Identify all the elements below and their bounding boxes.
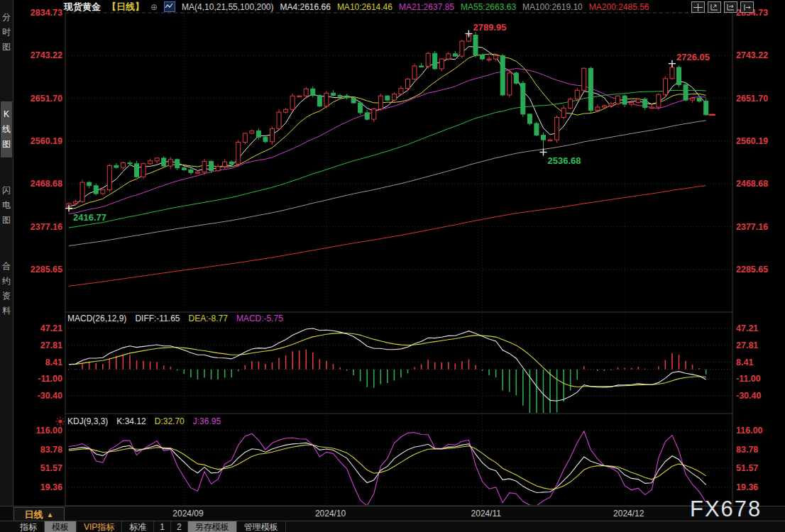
price-label: 2377.16 (14, 222, 62, 232)
period-label: 【日线】 (107, 1, 144, 13)
kdj-axis-label: 51.57 (14, 463, 62, 473)
footer-tab-manage-template[interactable]: 管理模板 (237, 521, 286, 532)
axis-zoom-icon[interactable] (708, 1, 721, 13)
window-controls (691, 1, 754, 13)
kdj-k-value: K:34.12 (116, 416, 146, 427)
price-label: 2468.68 (736, 179, 784, 189)
ma55-value: MA55:2663.63 (461, 2, 516, 12)
macd-axis-label: 8.41 (14, 358, 62, 367)
footer-toolbar: 指标 模板 VIP指标 标准 1 2 另存模板 管理模板 (0, 521, 785, 532)
price-label: 2834.73 (14, 8, 62, 18)
price-label: 2560.19 (14, 136, 62, 146)
ma4-value: MA4:2616.66 (280, 2, 330, 12)
kdj-title: KDJ(9,3,3) (67, 416, 108, 427)
date-label: 2024/12 (613, 509, 644, 519)
collapse-toggle-icon[interactable]: ⊕ (150, 2, 158, 12)
svg-text:2726.05: 2726.05 (676, 52, 710, 62)
macd-title: MACD(26,12,9) (67, 314, 126, 324)
macd-axis-label: -11.00 (736, 374, 784, 384)
price-label: 2377.16 (736, 222, 784, 232)
macd-axis-label: 47.21 (736, 323, 784, 333)
sidebar-item-kline-chart[interactable]: K线图 (1, 101, 12, 157)
macd-macd-value: MACD:-5.75 (236, 314, 283, 324)
ma-group-label: MA(4,10,21,55,100,200) (182, 2, 273, 12)
footer-tab-indicators[interactable]: 指标 (13, 521, 45, 532)
crosshair-icon[interactable] (691, 1, 705, 13)
macd-axis-label: 47.21 (14, 323, 62, 333)
kdj-axis-label: 83.78 (736, 445, 784, 455)
fx678-watermark: FX678 (690, 497, 762, 522)
kdj-j-value: J:36.95 (193, 416, 221, 427)
price-label: 2285.65 (736, 265, 784, 275)
sidebar-item-contract-info[interactable]: 合约资料 (1, 253, 12, 324)
chart-plot-area[interactable]: 2416.772789.952536.682726.05 (0, 0, 785, 532)
price-label: 2743.22 (14, 50, 62, 60)
kdj-axis-label: 51.57 (736, 463, 784, 473)
kdj-axis-label: 83.78 (14, 445, 62, 455)
kdj-header: KDJ(9,3,3) K:34.12 D:32.70 J:36.95 (67, 416, 221, 427)
ma10-value: MA10:2614.46 (337, 2, 392, 12)
sun-icon[interactable] (55, 416, 65, 429)
chart-type-sidebar: 分时图 K线图 闪电图 合约资料 (0, 0, 13, 506)
sidebar-item-time-chart[interactable]: 分时图 (1, 4, 12, 60)
period-select-button[interactable]: 日线 ▲ (13, 507, 65, 522)
macd-axis-label: -11.00 (14, 374, 62, 384)
price-label: 2560.19 (736, 136, 784, 146)
macd-dea-value: DEA:-8.77 (189, 314, 228, 324)
macd-axis-label: 27.81 (736, 340, 784, 350)
chart-header: 现货黄金 【日线】 ⊕ MA(4,10,21,55,100,200) MA4:2… (64, 1, 649, 13)
price-label: 2285.65 (14, 265, 62, 275)
macd-axis-label: 8.41 (736, 358, 784, 367)
footer-tab-template[interactable]: 模板 (45, 521, 77, 532)
macd-header: MACD(26,12,9) DIFF:-11.65 DEA:-8.77 MACD… (67, 314, 283, 324)
price-label: 2651.70 (14, 94, 62, 104)
footer-tab-1[interactable]: 1 (154, 521, 171, 532)
pan-right-icon[interactable] (724, 1, 737, 13)
footer-tab-save-template[interactable]: 另存模板 (188, 521, 237, 532)
footer-tab-vip-indicators[interactable]: VIP指标 (77, 521, 122, 532)
triangle-up-icon: ▲ (47, 511, 54, 519)
footer-tab-standard[interactable]: 标准 (122, 521, 154, 532)
price-label: 2651.70 (736, 94, 784, 104)
shift-right-icon[interactable] (740, 1, 754, 13)
trading-app: 2416.772789.952536.682726.05 现货黄金 【日线】 ⊕… (0, 0, 785, 532)
macd-axis-label: 27.81 (14, 340, 62, 350)
svg-text:2536.68: 2536.68 (548, 155, 581, 166)
macd-axis-label: -30.40 (736, 391, 784, 401)
date-axis-row: 日线 ▲ 2024/09 2024/10 2024/11 2024/12 (0, 506, 785, 521)
date-label: 2024/11 (471, 509, 502, 519)
ma100-value: MA100:2619.10 (522, 2, 583, 12)
ma21-value: MA21:2637.85 (399, 2, 454, 12)
kdj-axis-label: 116.00 (736, 426, 784, 436)
kdj-axis-label: 19.36 (14, 482, 62, 492)
svg-text:2789.95: 2789.95 (473, 22, 506, 33)
date-label: 2024/09 (172, 509, 203, 519)
kdj-axis-label: 19.36 (736, 482, 784, 492)
macd-diff-value: DIFF:-11.65 (135, 314, 180, 324)
ma-chart-icon[interactable] (164, 1, 175, 12)
macd-axis-label: -30.40 (14, 391, 62, 401)
footer-tab-2[interactable]: 2 (171, 521, 188, 532)
price-label: 2743.22 (736, 50, 784, 60)
ma200-value: MA200:2485.56 (589, 2, 649, 12)
period-button-label: 日线 (25, 509, 43, 521)
svg-text:2416.77: 2416.77 (73, 212, 106, 223)
price-label: 2468.68 (14, 179, 62, 189)
kdj-d-value: D:32.70 (155, 416, 185, 427)
sidebar-item-lightning-chart[interactable]: 闪电图 (1, 177, 12, 233)
symbol-name: 现货黄金 (64, 1, 101, 13)
date-label: 2024/10 (315, 509, 346, 519)
